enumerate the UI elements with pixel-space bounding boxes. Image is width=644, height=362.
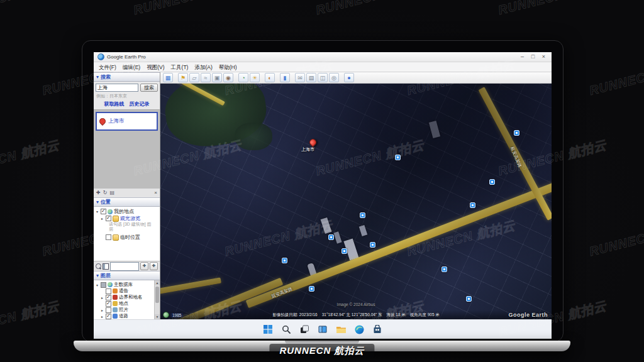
- microsoft-store-icon[interactable]: [371, 323, 384, 336]
- photo-poi-icon[interactable]: [370, 242, 375, 248]
- sunlight-icon[interactable]: ☀: [250, 73, 260, 82]
- ruler-icon[interactable]: ▮: [280, 73, 290, 82]
- tree-item-label: 我的地点: [114, 208, 134, 215]
- search-panel-header[interactable]: 搜索: [94, 72, 160, 82]
- search-result-pin[interactable]: [308, 138, 318, 148]
- search-button[interactable]: 搜索: [140, 84, 158, 92]
- file-explorer-icon[interactable]: [335, 323, 347, 336]
- minimize-button[interactable]: –: [517, 53, 528, 61]
- view-in-maps-icon[interactable]: ◎: [329, 73, 339, 82]
- save-image-icon[interactable]: ◫: [318, 73, 328, 82]
- layer-item[interactable]: 照片: [100, 307, 154, 313]
- checkbox[interactable]: [106, 216, 111, 221]
- layers-scrollbar[interactable]: ▲ ▼: [154, 280, 160, 319]
- layer-icon: [113, 307, 118, 312]
- window-controls: – □ ×: [517, 53, 549, 61]
- planets-icon[interactable]: ◐: [265, 73, 275, 82]
- add-placemark-icon[interactable]: ⚑: [178, 73, 188, 82]
- tree-item-my-places[interactable]: 我的地点: [95, 208, 160, 215]
- scroll-down-icon[interactable]: ▼: [155, 314, 160, 319]
- photo-poi-icon[interactable]: [441, 266, 447, 272]
- checkbox[interactable]: [101, 282, 106, 288]
- photo-poi-icon[interactable]: [282, 258, 287, 263]
- expander-icon[interactable]: [100, 295, 104, 300]
- places-panel-header[interactable]: 位置: [94, 197, 160, 207]
- checkbox[interactable]: [106, 301, 111, 307]
- checkbox[interactable]: [106, 295, 111, 300]
- expander-icon[interactable]: [95, 209, 99, 214]
- layer-label: 主数据库: [114, 282, 133, 288]
- edge-icon[interactable]: [353, 323, 365, 336]
- menu-edit[interactable]: 编辑(E): [119, 63, 143, 72]
- menu-file[interactable]: 文件(F): [96, 63, 119, 72]
- layer-item[interactable]: 通告: [100, 288, 154, 294]
- photo-poi-icon[interactable]: [489, 179, 495, 185]
- sidebar-toggle-icon[interactable]: ▦: [163, 73, 173, 82]
- refresh-icon[interactable]: ↻: [103, 190, 108, 196]
- photo-poi-icon[interactable]: [466, 296, 472, 302]
- layer-item[interactable]: 道路: [100, 313, 154, 319]
- task-view-icon[interactable]: [298, 323, 311, 336]
- clear-search-icon[interactable]: ×: [154, 190, 157, 196]
- menu-help[interactable]: 帮助(H): [216, 63, 240, 72]
- expander-icon[interactable]: [95, 283, 99, 287]
- watermark-text: RUNNECN 航拍云: [496, 0, 608, 19]
- historical-imagery-icon[interactable]: ◔: [238, 73, 248, 82]
- print-results-icon[interactable]: ▤: [109, 190, 114, 196]
- get-directions-link[interactable]: 获取路线: [104, 101, 125, 107]
- expander-icon[interactable]: [100, 314, 104, 319]
- places-action-button-1[interactable]: ✚: [140, 262, 148, 270]
- photo-poi-icon[interactable]: [328, 234, 334, 240]
- checkbox[interactable]: [101, 209, 106, 214]
- sightseeing-description: 请勾选 [3D 建筑物] 图层: [109, 222, 154, 232]
- tree-item-temporary-places[interactable]: 临时位置: [100, 234, 160, 241]
- checkbox[interactable]: [106, 234, 111, 240]
- panel-toggle-icon[interactable]: [103, 263, 109, 270]
- photo-poi-icon[interactable]: [360, 212, 365, 218]
- search-places-icon[interactable]: [96, 263, 101, 269]
- tree-item-sightseeing[interactable]: 观光游览: [100, 215, 160, 222]
- checkbox[interactable]: [106, 307, 111, 313]
- layers-panel-header[interactable]: 图层: [94, 271, 160, 280]
- scrollbar-thumb[interactable]: [155, 287, 159, 303]
- photo-poi-icon[interactable]: [514, 130, 519, 136]
- add-polygon-icon[interactable]: ▱: [189, 73, 199, 82]
- layer-item-primary-database[interactable]: 主数据库: [95, 282, 154, 288]
- menu-tools[interactable]: 工具(T): [168, 63, 192, 72]
- places-action-button-2[interactable]: ✚: [150, 262, 158, 270]
- email-icon[interactable]: ✉: [295, 73, 305, 82]
- earth-icon[interactable]: ●: [344, 73, 354, 82]
- search-result-item[interactable]: 上海市: [96, 112, 158, 131]
- layer-label: 照片: [119, 307, 128, 313]
- photo-poi-icon[interactable]: [309, 286, 314, 292]
- photo-poi-icon[interactable]: [341, 248, 347, 254]
- map-viewport[interactable]: 延安高架路 延安高架路 上海市 Image © 2024 Airbus 1985: [160, 84, 552, 319]
- add-to-places-icon[interactable]: ✚: [96, 190, 101, 196]
- start-button[interactable]: [262, 323, 274, 336]
- checkbox[interactable]: [106, 288, 111, 294]
- google-earth-taskbar-icon[interactable]: [316, 323, 329, 336]
- scroll-up-icon[interactable]: ▲: [155, 280, 160, 285]
- search-icon[interactable]: [280, 323, 292, 336]
- checkbox[interactable]: [106, 314, 111, 319]
- photo-poi-icon[interactable]: [395, 155, 401, 160]
- layer-item[interactable]: 地点: [100, 300, 154, 307]
- close-button[interactable]: ×: [538, 53, 549, 61]
- layer-item[interactable]: 边界和地名: [100, 294, 154, 300]
- maximize-button[interactable]: □: [528, 53, 538, 61]
- history-link[interactable]: 历史记录: [130, 101, 150, 107]
- menu-view[interactable]: 视图(V): [143, 63, 167, 72]
- expander-icon[interactable]: [100, 308, 104, 312]
- add-path-icon[interactable]: ≈: [201, 73, 211, 82]
- expander-icon[interactable]: [100, 216, 104, 221]
- history-badge[interactable]: 1985: [163, 312, 183, 318]
- laptop-base-notch: [285, 341, 359, 344]
- record-tour-icon[interactable]: ◉: [223, 73, 233, 82]
- photo-poi-icon[interactable]: [470, 202, 475, 208]
- search-input[interactable]: [96, 84, 138, 92]
- print-icon[interactable]: ▤: [306, 73, 316, 82]
- my-places-icon: [108, 209, 113, 214]
- menu-add[interactable]: 添加(A): [191, 63, 215, 72]
- add-image-overlay-icon[interactable]: ▣: [212, 73, 222, 82]
- places-filter-input[interactable]: [110, 262, 139, 271]
